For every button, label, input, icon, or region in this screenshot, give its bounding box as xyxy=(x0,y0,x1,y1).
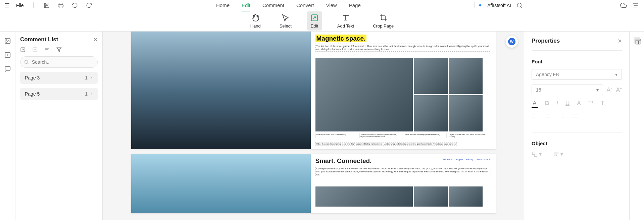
tool-edit[interactable]: Edit xyxy=(307,11,322,31)
font-family-select[interactable]: Agency FB ▾ xyxy=(532,69,622,80)
collapse-icon[interactable] xyxy=(20,47,26,52)
undo-icon[interactable] xyxy=(71,2,79,9)
svg-rect-13 xyxy=(33,48,37,52)
tool-add-text[interactable]: Add Text xyxy=(334,11,357,31)
tool-hand[interactable]: Hand xyxy=(247,11,264,31)
thumb-steering xyxy=(449,58,483,94)
save-icon[interactable] xyxy=(43,2,50,9)
font-family-value: Agency FB xyxy=(536,72,559,77)
font-size-row: 16 ▾ A− A+ xyxy=(532,85,622,95)
search-icon xyxy=(24,60,29,64)
props-header: Properties ✕ xyxy=(532,38,622,44)
tab-comment[interactable]: Comment xyxy=(262,0,284,10)
document-page[interactable]: Magnetic space. The interiors of the new… xyxy=(131,32,496,149)
italic-button[interactable]: I xyxy=(556,100,558,108)
font-size-select[interactable]: 16 ▾ xyxy=(532,85,603,95)
tab-convert[interactable]: Convert xyxy=(296,0,314,10)
underline-button[interactable]: U xyxy=(565,100,569,108)
thumbnail-icon[interactable] xyxy=(4,38,11,44)
page-count: 1 xyxy=(85,91,93,97)
close-icon[interactable]: ✕ xyxy=(617,38,622,44)
page-count: 1 xyxy=(85,75,93,80)
thumbnail-grid xyxy=(315,186,491,207)
thumb-cluster xyxy=(449,95,483,131)
hand-icon xyxy=(251,13,259,22)
expand-icon[interactable] xyxy=(32,47,38,52)
font-color-button[interactable]: A xyxy=(532,100,538,108)
thumbnail-grid xyxy=(315,58,491,131)
sort-icon[interactable] xyxy=(44,47,50,52)
ai-label[interactable]: Afirstsoft AI xyxy=(487,3,511,8)
redo-icon[interactable] xyxy=(85,2,93,9)
page-image-interior xyxy=(131,32,311,149)
add-text-icon xyxy=(342,13,350,22)
document-area[interactable]: W Magnetic space. The interiors of the n… xyxy=(103,32,524,220)
page-item-5[interactable]: Page 5 1 xyxy=(20,88,98,100)
features-text: Other features: Superior leg room and th… xyxy=(315,142,457,146)
top-bar: File Home Edit Comment Convert View Page… xyxy=(0,0,644,11)
chevron-down-icon: ▾ xyxy=(596,87,599,93)
description-text[interactable]: Cutting edge technology is at the core o… xyxy=(315,166,491,177)
page-content: Smart. Connected. Cutting edge technolog… xyxy=(311,154,496,213)
props-title: Properties xyxy=(532,38,560,44)
logo-row: Bluelink Apple CarPlay android auto xyxy=(443,158,492,161)
search-input[interactable] xyxy=(20,56,98,68)
search-box xyxy=(20,56,98,68)
print-icon[interactable] xyxy=(57,2,64,9)
logo-carplay: Apple CarPlay xyxy=(456,158,473,161)
page-label: Page 3 xyxy=(25,75,40,80)
panel-toolbar xyxy=(20,47,98,52)
thumb xyxy=(449,186,483,207)
tool-label: Edit xyxy=(311,23,318,29)
file-menu[interactable]: File xyxy=(16,3,24,8)
tab-home[interactable]: Home xyxy=(216,0,230,10)
font-style-row: A B I U A T1 T1 xyxy=(532,100,622,108)
superscript-button[interactable]: T1 xyxy=(588,100,593,108)
menu-icon[interactable] xyxy=(5,3,9,7)
edit-icon xyxy=(310,13,318,22)
logo-android: android auto xyxy=(477,158,491,161)
svg-line-19 xyxy=(28,63,29,64)
tool-label: Select xyxy=(280,23,292,29)
highlighted-headline[interactable]: Magnetic space. xyxy=(315,35,367,42)
tab-view[interactable]: View xyxy=(326,0,337,10)
cloud-icon[interactable] xyxy=(620,2,627,9)
svg-line-2 xyxy=(521,6,522,7)
document-page[interactable]: Smart. Connected. Cutting edge technolog… xyxy=(131,154,496,213)
page-item-3[interactable]: Page 3 1 xyxy=(20,72,98,84)
align-right-icon[interactable] xyxy=(558,113,564,117)
align-row xyxy=(532,113,622,117)
search-icon[interactable] xyxy=(516,2,523,9)
layers-icon[interactable] xyxy=(632,2,639,9)
tool-select[interactable]: Select xyxy=(276,11,295,31)
align-center-icon[interactable] xyxy=(545,113,551,117)
comment-rail-icon[interactable] xyxy=(4,66,11,72)
tab-edit[interactable]: Edit xyxy=(242,0,250,10)
tab-page[interactable]: Page xyxy=(349,0,361,10)
increase-size-icon[interactable]: A+ xyxy=(616,87,622,94)
subscript-button[interactable]: T1 xyxy=(601,100,606,108)
divider xyxy=(102,2,102,8)
caption: Spacious interiors with ample headroom, … xyxy=(359,133,402,138)
translate-badge[interactable]: W xyxy=(506,36,518,48)
properties-rail-icon[interactable] xyxy=(634,37,640,44)
align-justify-icon[interactable] xyxy=(572,113,578,117)
tool-crop-page[interactable]: Crop Page xyxy=(369,11,397,31)
decrease-size-icon[interactable]: A− xyxy=(606,87,612,94)
bookmark-icon[interactable] xyxy=(4,52,11,58)
filter-icon[interactable] xyxy=(56,47,62,52)
divider xyxy=(532,132,622,132)
divider xyxy=(532,50,622,51)
logo-bluelink: Bluelink xyxy=(443,158,453,161)
thumb xyxy=(315,186,413,207)
thumb-armrest xyxy=(414,95,448,131)
bold-button[interactable]: B xyxy=(545,100,549,108)
close-icon[interactable]: ✕ xyxy=(93,37,98,43)
arrange-button[interactable]: ▾ xyxy=(532,151,542,157)
strikethrough-button[interactable]: A xyxy=(577,100,581,108)
description-text[interactable]: The interiors of the new Hyundai i20 mes… xyxy=(315,44,491,52)
svg-rect-24 xyxy=(636,39,641,44)
align-button[interactable]: ▾ xyxy=(553,151,563,157)
svg-rect-23 xyxy=(554,155,557,156)
align-left-icon[interactable] xyxy=(532,113,538,117)
